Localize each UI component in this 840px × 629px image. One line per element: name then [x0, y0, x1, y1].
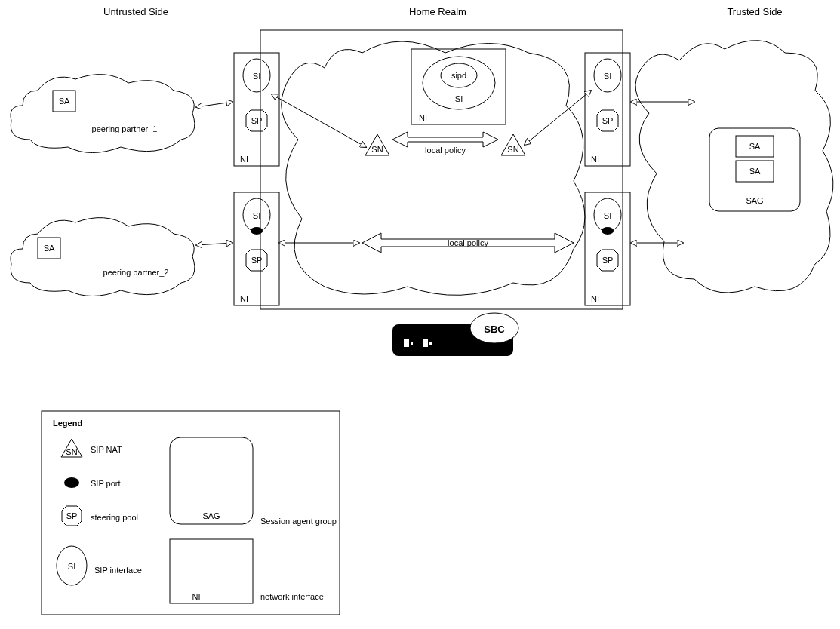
legend-sipport: SIP port	[91, 479, 121, 488]
header-trusted: Trusted Side	[727, 6, 782, 17]
diagram-canvas: Untrusted Side Home Realm Trusted Side S…	[0, 0, 840, 629]
svg-text:SP: SP	[251, 256, 263, 265]
svg-text:SI: SI	[604, 72, 611, 81]
peering1-label: peering partner_1	[92, 124, 158, 133]
sa-label-3: SA	[749, 142, 761, 151]
svg-rect-43	[42, 411, 340, 615]
ni-box-ur: SI SP NI	[585, 53, 630, 166]
legend-ni: network interface	[260, 592, 324, 601]
svg-text:SI: SI	[253, 211, 260, 220]
svg-text:NI: NI	[192, 592, 201, 601]
ni-box-ul: SI SP NI	[234, 53, 279, 166]
sipd-box: sipd SI NI	[411, 49, 506, 124]
sbc-label: SBC	[484, 324, 505, 335]
svg-rect-40	[411, 342, 413, 345]
local-policy-upper: local policy	[392, 132, 498, 155]
legend-steeringpool: steering pool	[91, 513, 138, 522]
local-policy-lower: local policy	[362, 233, 574, 253]
conn-p2-ni	[196, 243, 232, 245]
svg-rect-7	[234, 53, 279, 166]
svg-text:SI: SI	[68, 562, 75, 571]
legend-title: Legend	[53, 419, 82, 428]
svg-text:NI: NI	[240, 294, 248, 303]
svg-rect-13	[234, 192, 279, 305]
svg-rect-25	[585, 192, 630, 305]
sip-port-icon	[602, 227, 614, 235]
sipd-label: sipd	[451, 71, 466, 80]
sa-label: SA	[59, 97, 70, 106]
ni-box-lr: SI SP NI	[585, 192, 630, 305]
svg-rect-19	[585, 53, 630, 166]
sag-label: SAG	[746, 196, 763, 205]
conn-p1-ni	[196, 102, 232, 107]
peering2-label: peering partner_2	[103, 268, 169, 277]
svg-text:SN: SN	[66, 447, 77, 456]
legend-box: Legend SN SIP NAT SIP port SP steering p…	[42, 411, 340, 615]
conn-niur-sn	[525, 91, 591, 145]
svg-rect-41	[423, 339, 428, 347]
svg-text:local policy: local policy	[425, 146, 466, 155]
svg-text:SI: SI	[253, 72, 260, 81]
svg-text:SN: SN	[371, 145, 383, 154]
legend-sag: Session agent group	[260, 517, 337, 526]
ni-box-ll: SI SP NI	[234, 192, 279, 305]
svg-text:NI: NI	[591, 155, 599, 164]
sn-left: SN	[365, 134, 389, 155]
svg-point-46	[64, 477, 79, 488]
svg-text:SP: SP	[602, 116, 614, 125]
svg-text:SAG: SAG	[202, 511, 220, 520]
svg-rect-42	[429, 342, 432, 345]
legend-sipinterface: SIP interface	[94, 566, 142, 575]
svg-text:SP: SP	[66, 511, 78, 520]
svg-text:NI: NI	[591, 294, 599, 303]
svg-text:SP: SP	[251, 116, 263, 125]
svg-text:SP: SP	[602, 256, 614, 265]
sa-label-2: SA	[44, 244, 55, 253]
legend-sipnat: SIP NAT	[91, 445, 122, 454]
header-home: Home Realm	[409, 6, 466, 17]
si-label-home: SI	[455, 94, 463, 103]
home-cloud	[282, 41, 585, 295]
sn-right: SN	[501, 134, 525, 155]
header-untrusted: Untrusted Side	[103, 6, 168, 17]
svg-rect-53	[170, 539, 253, 603]
svg-text:local policy: local policy	[448, 238, 488, 247]
sbc-device: SBC	[392, 313, 518, 356]
svg-rect-39	[404, 339, 409, 347]
svg-text:SI: SI	[604, 211, 611, 220]
conn-niul-sn	[272, 94, 366, 147]
cloud-trusted: SA SA SAG	[635, 41, 833, 293]
cloud-peering-2: SA peering partner_2	[11, 218, 195, 296]
svg-text:SN: SN	[507, 145, 518, 154]
ni-label-home: NI	[419, 113, 427, 122]
sip-port-icon	[251, 227, 263, 235]
sa-label-4: SA	[749, 167, 761, 176]
svg-text:NI: NI	[240, 155, 248, 164]
cloud-peering-1: SA peering partner_1	[11, 75, 195, 153]
